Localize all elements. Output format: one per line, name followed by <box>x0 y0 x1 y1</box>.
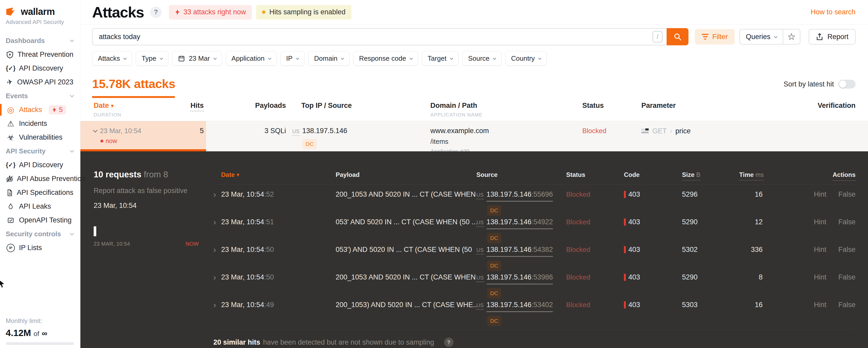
column-code: Code <box>624 171 682 178</box>
filter-chip-application[interactable]: Application <box>226 51 277 66</box>
expand-chevron-icon[interactable]: › <box>213 300 216 310</box>
filter-chip-target[interactable]: Target <box>422 51 459 66</box>
column-payload: Payload <box>336 171 476 178</box>
collapse-chevron-icon[interactable] <box>93 128 98 132</box>
filter-chip-date[interactable]: 23 Mar <box>172 51 222 66</box>
hit-size: 5303 <box>682 301 739 323</box>
filter-chip-country[interactable]: Country <box>505 51 547 66</box>
country-label[interactable]: US <box>476 220 484 227</box>
hit-source-ip[interactable]: 138.197.5.146:54382 <box>487 245 553 257</box>
expand-chevron-icon[interactable]: › <box>213 245 216 255</box>
column-hits[interactable]: Hits <box>190 102 204 110</box>
attacks-count-badge: 5 <box>49 105 66 115</box>
attack-verification <box>798 121 868 151</box>
filter-button[interactable]: Filter <box>695 29 735 45</box>
false-action[interactable]: False <box>838 273 856 295</box>
column-source: Top IP / Source <box>301 102 352 110</box>
sidebar-item-api-discovery-2[interactable]: {✓} API Discovery <box>0 158 80 172</box>
hit-source-ip[interactable]: 138.197.5.146:55696 <box>487 191 553 202</box>
search-input[interactable] <box>93 33 653 41</box>
hit-code: 403 <box>628 301 640 309</box>
section-api-security[interactable]: API Security <box>0 144 80 158</box>
hint-action[interactable]: Hint <box>814 301 826 323</box>
filter-chip-attacks[interactable]: Attacks <box>92 51 132 66</box>
sidebar-item-api-abuse-prevention[interactable]: API Abuse Prevention <box>0 172 80 186</box>
column-actions[interactable]: Actions <box>763 171 856 181</box>
search-button[interactable] <box>666 28 688 45</box>
attack-ip[interactable]: 138.197.5.146 <box>302 127 347 135</box>
hit-source-ip[interactable]: 138.197.5.146:53986 <box>487 273 553 285</box>
country-label[interactable]: US <box>476 275 484 282</box>
false-action[interactable]: False <box>838 218 856 240</box>
hint-action[interactable]: Hint <box>814 245 826 267</box>
column-date[interactable]: Date▾ <box>221 171 239 178</box>
chevron-down-icon <box>296 56 299 60</box>
attack-row-date-cell[interactable]: 23 Mar, 10:54 now 5 <box>81 121 206 151</box>
sidebar-item-openapi-testing[interactable]: OpenAPI Testing <box>0 213 80 227</box>
hit-source-ip[interactable]: 138.197.5.146:54922 <box>487 218 553 229</box>
filter-chip-type[interactable]: Type <box>136 51 168 66</box>
expand-chevron-icon[interactable]: › <box>213 190 216 199</box>
favorite-star-button[interactable]: ☆ <box>783 29 800 44</box>
page-title: Attacks <box>92 3 144 21</box>
country-label[interactable]: US <box>292 128 300 136</box>
warning-triangle-icon: ⚠ <box>6 120 16 128</box>
filter-chip-domain[interactable]: Domain <box>308 51 349 66</box>
expand-chevron-icon[interactable]: › <box>213 218 216 227</box>
chevron-right-icon: › <box>670 127 672 135</box>
chevron-down-icon <box>268 56 271 60</box>
sidebar-item-ip-lists[interactable]: IP IP Lists <box>0 241 80 255</box>
detail-start-date: 23 Mar, 10:54 <box>94 202 213 210</box>
sidebar-item-vulnerabilities[interactable]: ☣ Vulnerabilities <box>0 130 80 144</box>
report-false-positive-link[interactable]: Report attack as false positive <box>94 187 213 195</box>
hint-action[interactable]: Hint <box>814 191 826 212</box>
sidebar-item-threat-prevention[interactable]: Threat Prevention <box>0 48 80 61</box>
datacenter-tag[interactable]: DC <box>487 316 501 326</box>
monthly-limit-value: 4.12M <box>6 328 31 338</box>
hit-payload: 200_1053 AND 5020 IN ... CT (CASE WHEN..… <box>336 191 476 212</box>
hit-time-ms: 336 <box>739 245 763 267</box>
brand-tagline: Advanced API Security <box>6 19 80 26</box>
expand-chevron-icon[interactable]: › <box>213 273 216 282</box>
section-dashboards[interactable]: Dashboards <box>0 34 80 48</box>
country-label[interactable]: US <box>476 247 484 255</box>
chevron-down-icon <box>409 56 413 60</box>
hint-action[interactable]: Hint <box>814 218 826 240</box>
country-label[interactable]: US <box>476 302 484 310</box>
queries-button[interactable]: Queries <box>740 29 783 44</box>
sidebar-item-api-discovery[interactable]: {✓} API Discovery <box>0 61 80 75</box>
help-icon[interactable]: ? <box>444 338 454 347</box>
attacks-right-now-badge: 33 attacks right now <box>169 5 252 20</box>
sidebar-item-api-leaks[interactable]: API Leaks <box>0 200 80 213</box>
column-date[interactable]: Date ▾ <box>94 102 114 110</box>
hit-code: 403 <box>628 218 640 226</box>
report-button[interactable]: Report <box>809 29 856 45</box>
hit-row: ›23 Mar, 10:54:49 200_1053) AND 5020 IN … <box>213 295 856 323</box>
attack-detail-panel: 10 requests from 8 Report attack as fals… <box>81 151 868 348</box>
filter-chip-response-code[interactable]: Response code <box>353 51 418 66</box>
help-icon[interactable]: ? <box>150 6 162 18</box>
sidebar-item-attacks[interactable]: ◎ Attacks 5 <box>0 103 80 117</box>
sort-toggle[interactable] <box>838 80 856 89</box>
false-action[interactable]: False <box>838 301 856 323</box>
how-to-search-link[interactable]: How to search <box>810 8 856 16</box>
hit-size: 5290 <box>682 218 739 240</box>
section-events[interactable]: Events <box>0 89 80 103</box>
column-size[interactable]: Size B <box>682 171 739 178</box>
hit-source-ip[interactable]: 138.197.5.146:53402 <box>487 301 553 312</box>
hint-action[interactable]: Hint <box>814 273 826 295</box>
sidebar-item-owasp-api[interactable]: ✈ OWASP API 2023 <box>0 75 80 89</box>
country-label[interactable]: US <box>476 192 484 199</box>
ip-badge-icon: IP <box>6 244 16 252</box>
sidebar-item-api-specifications[interactable]: API Specifications <box>0 186 80 200</box>
filter-chip-source[interactable]: Source <box>462 51 501 66</box>
datacenter-tag[interactable]: DC <box>302 139 317 149</box>
false-action[interactable]: False <box>838 191 856 212</box>
column-time[interactable]: Time ms <box>739 171 763 178</box>
section-security-controls[interactable]: Security controls <box>0 227 80 241</box>
false-action[interactable]: False <box>838 245 856 267</box>
hit-row: ›23 Mar, 10:54:51 053' AND 5020 IN ... C… <box>213 212 856 240</box>
filter-chip-ip[interactable]: IP <box>280 51 305 66</box>
sidebar-item-incidents[interactable]: ⚠ Incidents <box>0 117 80 130</box>
document-icon <box>6 189 13 196</box>
